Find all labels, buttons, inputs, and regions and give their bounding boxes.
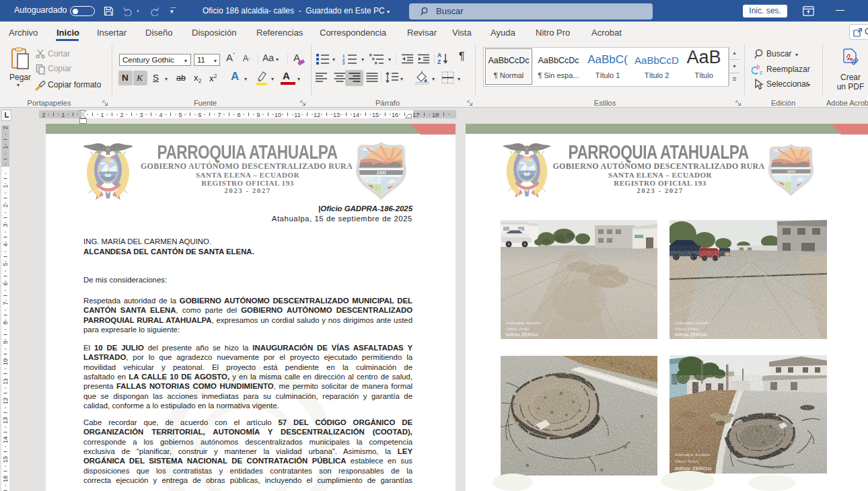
svg-text:2: 2 <box>42 112 45 118</box>
svg-text:4: 4 <box>159 112 162 118</box>
svg-text:Gilson Timbó: Gilson Timbó <box>675 459 699 463</box>
svg-text:Gilson Timbó: Gilson Timbó <box>675 327 699 331</box>
svg-text:1: 1 <box>100 112 104 118</box>
svg-text:4: 4 <box>2 243 9 246</box>
svg-text:3: 3 <box>139 112 143 118</box>
svg-text:Atahualpa, Ecuador: Atahualpa, Ecuador <box>506 321 542 325</box>
svg-text:9: 9 <box>2 340 9 344</box>
svg-text:11: 11 <box>294 112 300 118</box>
svg-text:16: 16 <box>392 112 398 118</box>
svg-text:7: 7 <box>2 301 9 305</box>
svg-text:1: 1 <box>2 184 9 188</box>
svg-text:18: 18 <box>432 112 439 118</box>
svg-text:10: 10 <box>275 112 281 118</box>
svg-text:2: 2 <box>2 126 9 129</box>
svg-text:5: 5 <box>2 262 9 266</box>
svg-text:12: 12 <box>314 112 320 118</box>
svg-text:14: 14 <box>353 112 359 118</box>
svg-text:5: 5 <box>178 112 182 118</box>
svg-text:17: 17 <box>412 112 419 118</box>
svg-text:8: 8 <box>237 112 240 118</box>
svg-text:Atahualpa, Ecuador: Atahualpa, Ecuador <box>675 453 711 457</box>
svg-text:Infinix ZERO30: Infinix ZERO30 <box>506 332 538 337</box>
svg-text:1: 1 <box>61 112 65 118</box>
svg-text:1: 1 <box>2 145 9 149</box>
svg-text:3: 3 <box>342 61 345 65</box>
svg-text:9: 9 <box>256 112 260 118</box>
svg-text:3: 3 <box>2 223 9 227</box>
svg-text:6: 6 <box>198 112 201 118</box>
svg-text:Atahualpa, Ecuador: Atahualpa, Ecuador <box>675 321 711 325</box>
svg-text:6: 6 <box>2 282 9 285</box>
svg-text:8: 8 <box>2 321 9 324</box>
svg-text:13: 13 <box>333 112 340 118</box>
svg-text:11: 11 <box>2 378 9 384</box>
svg-text:Z: Z <box>437 59 441 65</box>
svg-text:2: 2 <box>120 112 123 118</box>
svg-text:Infinix ZERO30: Infinix ZERO30 <box>675 332 707 337</box>
svg-text:Gilson Jimbó: Gilson Jimbó <box>506 327 530 331</box>
svg-text:A: A <box>437 52 441 59</box>
svg-text:2: 2 <box>2 204 9 207</box>
svg-text:15: 15 <box>372 112 379 118</box>
svg-text:7: 7 <box>217 112 221 118</box>
svg-text:c: c <box>760 69 763 76</box>
